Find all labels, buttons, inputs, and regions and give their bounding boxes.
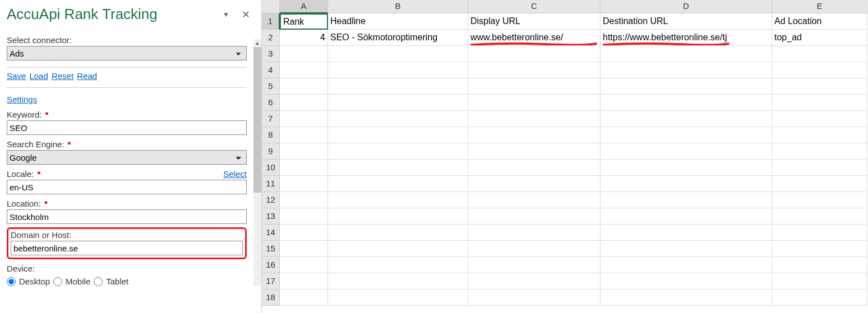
settings-link[interactable]: Settings [7,95,37,104]
cell[interactable]: Ad Location [772,13,867,30]
row-header[interactable]: 6 [262,95,280,111]
cell[interactable] [772,160,867,176]
row-header[interactable]: 4 [262,62,280,78]
save-link[interactable]: Save [7,71,26,81]
cell[interactable] [601,46,772,62]
cell[interactable] [280,176,328,192]
cell[interactable] [280,160,328,176]
domain-input[interactable] [11,241,243,255]
cell[interactable] [601,111,772,127]
keyword-input[interactable] [7,120,247,135]
cell[interactable]: SEO - Sökmotoroptimering [328,30,468,46]
cell[interactable] [601,127,772,143]
row-header[interactable]: 5 [262,78,280,95]
cell[interactable] [601,273,772,289]
cell[interactable] [280,257,328,273]
cell[interactable] [772,111,867,127]
select-all-corner[interactable] [262,0,280,13]
device-desktop-radio[interactable] [7,277,16,286]
row-header[interactable]: 18 [262,289,280,306]
device-mobile-radio[interactable] [53,277,62,286]
cell[interactable] [328,95,468,111]
cell[interactable] [280,143,328,160]
cell[interactable] [328,160,468,176]
cell[interactable] [601,95,772,111]
cell[interactable]: www.bebetteronline.se/ [468,30,601,46]
cell[interactable] [601,241,772,257]
cell[interactable] [328,46,468,62]
cell[interactable] [468,143,601,160]
cell[interactable] [468,62,601,78]
cell[interactable] [468,127,601,143]
row-header[interactable]: 2 [262,30,280,46]
row-header[interactable]: 9 [262,143,280,160]
cell[interactable] [601,143,772,160]
cell[interactable] [601,62,772,78]
pane-menu-chevron-icon[interactable]: ▼ [218,11,234,18]
cell[interactable] [601,176,772,192]
location-input[interactable] [7,209,247,224]
cell[interactable] [280,192,328,208]
row-header[interactable]: 1 [262,13,280,30]
cell[interactable] [328,208,468,225]
cell[interactable]: Destination URL [601,13,772,30]
cell[interactable] [772,273,867,289]
cell[interactable] [328,78,468,95]
cell[interactable] [468,192,601,208]
cell[interactable] [772,208,867,225]
row-header[interactable]: 8 [262,127,280,143]
row-header[interactable]: 12 [262,192,280,208]
cell[interactable] [772,257,867,273]
cell[interactable] [468,208,601,225]
sidebar-scrollbar[interactable]: ▲ [253,39,261,286]
cell[interactable] [468,46,601,62]
cell[interactable] [468,78,601,95]
cell[interactable] [328,289,468,306]
cell[interactable] [280,111,328,127]
col-header-A[interactable]: A [280,0,328,13]
cell[interactable] [468,289,601,306]
row-header[interactable]: 10 [262,160,280,176]
cell[interactable] [328,241,468,257]
cell[interactable] [601,208,772,225]
cell[interactable] [280,273,328,289]
col-header-B[interactable]: B [328,0,468,13]
cell[interactable] [772,46,867,62]
close-icon[interactable]: ✕ [239,8,252,21]
cell[interactable]: https://www.bebetteronline.se/tj [601,30,772,46]
cell[interactable] [280,289,328,306]
cell[interactable]: Headline [328,13,468,30]
cell[interactable] [468,273,601,289]
cell[interactable]: top_ad [772,30,867,46]
cell[interactable] [468,95,601,111]
cell[interactable] [601,257,772,273]
device-tablet-radio[interactable] [94,277,103,286]
cell[interactable] [601,192,772,208]
cell[interactable] [468,225,601,241]
row-header[interactable]: 11 [262,176,280,192]
cell[interactable]: Rank [280,13,328,30]
cell[interactable] [280,208,328,225]
cell[interactable] [280,95,328,111]
cell[interactable] [772,62,867,78]
cell[interactable] [328,257,468,273]
connector-select[interactable]: Ads [7,46,247,60]
cell[interactable] [601,78,772,95]
cell[interactable] [601,160,772,176]
cell[interactable] [328,111,468,127]
cell[interactable] [280,78,328,95]
row-header[interactable]: 3 [262,46,280,62]
cell[interactable] [772,241,867,257]
cell[interactable] [468,241,601,257]
cell[interactable] [328,143,468,160]
cell[interactable] [280,46,328,62]
cell[interactable] [280,127,328,143]
row-header[interactable]: 15 [262,241,280,257]
cell[interactable] [772,289,867,306]
cell[interactable] [328,225,468,241]
cell[interactable] [601,289,772,306]
load-link[interactable]: Load [29,71,48,81]
cell[interactable] [280,225,328,241]
scroll-thumb[interactable] [253,47,261,193]
row-header[interactable]: 14 [262,225,280,241]
